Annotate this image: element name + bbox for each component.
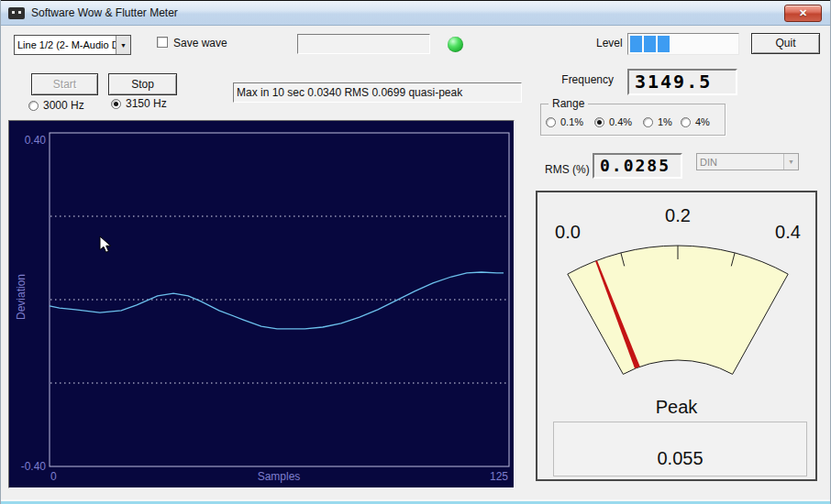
- radio-3150hz-label: 3150 Hz: [126, 97, 167, 110]
- level-label: Level: [596, 37, 623, 49]
- app-icon: [8, 7, 25, 19]
- y-axis-title: Deviation: [15, 274, 28, 320]
- level-segment: [630, 36, 642, 52]
- start-button-label: Start: [53, 78, 76, 91]
- plot-border: [50, 133, 509, 466]
- analog-meter-panel: 0.0 0.2 0.4 Peak 0.055: [536, 191, 817, 481]
- signal-led-icon: [448, 37, 463, 52]
- chevron-down-icon: ▼: [783, 154, 798, 170]
- level-meter-fill: [630, 36, 670, 52]
- audio-device-select[interactable]: Line 1/2 (2- M-Audio De ▼: [14, 35, 131, 55]
- radio-range-0.4[interactable]: 0.4%: [594, 116, 632, 127]
- radio-range-4[interactable]: 4%: [681, 116, 710, 127]
- range-label: Range: [548, 97, 588, 110]
- radio-range-1-label: 1%: [658, 116, 672, 127]
- weighting-select[interactable]: DIN ▼: [696, 153, 799, 170]
- x-max-label: 125: [490, 470, 508, 483]
- close-button[interactable]: ✕: [784, 5, 822, 22]
- radio-3000hz-label: 3000 Hz: [43, 99, 84, 112]
- audio-device-value: Line 1/2 (2- M-Audio De: [15, 39, 116, 50]
- peak-label: Peak: [537, 397, 815, 418]
- radio-range-0.1-label: 0.1%: [560, 116, 583, 127]
- peak-value-box: 0.055: [553, 422, 807, 477]
- start-button[interactable]: Start: [31, 73, 98, 95]
- radio-3150hz[interactable]: 3150 Hz: [111, 97, 167, 110]
- chevron-down-icon[interactable]: ▼: [116, 36, 130, 54]
- level-segment: [644, 36, 656, 52]
- radio-icon: [594, 117, 604, 127]
- radio-icon: [111, 99, 121, 109]
- radio-icon: [28, 101, 39, 111]
- y-max-label: 0.40: [25, 134, 47, 147]
- quit-button-label: Quit: [775, 37, 795, 49]
- window-title: Software Wow & Flutter Meter: [31, 6, 178, 19]
- rms-label: RMS (%): [545, 163, 590, 176]
- x-axis-title: Samples: [258, 470, 301, 483]
- radio-range-0.1[interactable]: 0.1%: [546, 116, 583, 127]
- radio-range-4-label: 4%: [695, 116, 710, 127]
- deviation-chart-svg: 0.40 -0.40 Deviation 0 Samples 125: [9, 121, 514, 488]
- wave-filename-input[interactable]: [297, 34, 430, 54]
- frequency-label: Frequency: [549, 73, 614, 86]
- quit-button[interactable]: Quit: [751, 33, 820, 54]
- close-icon: ✕: [799, 7, 807, 18]
- radio-icon: [643, 117, 653, 127]
- stop-button[interactable]: Stop: [108, 73, 177, 95]
- gauge-face: [568, 246, 788, 374]
- peak-value: 0.055: [657, 448, 703, 469]
- deviation-chart: 0.40 -0.40 Deviation 0 Samples 125: [8, 120, 515, 488]
- radio-3000hz[interactable]: 3000 Hz: [28, 99, 84, 112]
- radio-range-1[interactable]: 1%: [643, 116, 672, 127]
- level-segment: [658, 36, 670, 52]
- y-min-label: -0.40: [21, 460, 47, 473]
- radio-icon: [681, 117, 691, 127]
- rms-value: 0.0285: [593, 153, 682, 179]
- save-wave-checkbox[interactable]: [157, 37, 168, 48]
- status-text: Max in 10 sec 0.0340 RMS 0.0699 quasi-pe…: [233, 82, 522, 103]
- level-meter: [627, 33, 739, 55]
- title-bar: Software Wow & Flutter Meter ✕: [1, 0, 830, 26]
- x-min-label: 0: [50, 470, 57, 483]
- radio-icon: [546, 117, 556, 127]
- weighting-value: DIN: [697, 157, 783, 168]
- save-wave-label: Save wave: [173, 37, 227, 49]
- stop-button-label: Stop: [131, 78, 154, 91]
- radio-range-0.4-label: 0.4%: [609, 116, 632, 127]
- app-window: Software Wow & Flutter Meter ✕ Line 1/2 …: [0, 0, 831, 504]
- frequency-value: 3149.5: [627, 69, 737, 95]
- waveform-line: [50, 272, 504, 329]
